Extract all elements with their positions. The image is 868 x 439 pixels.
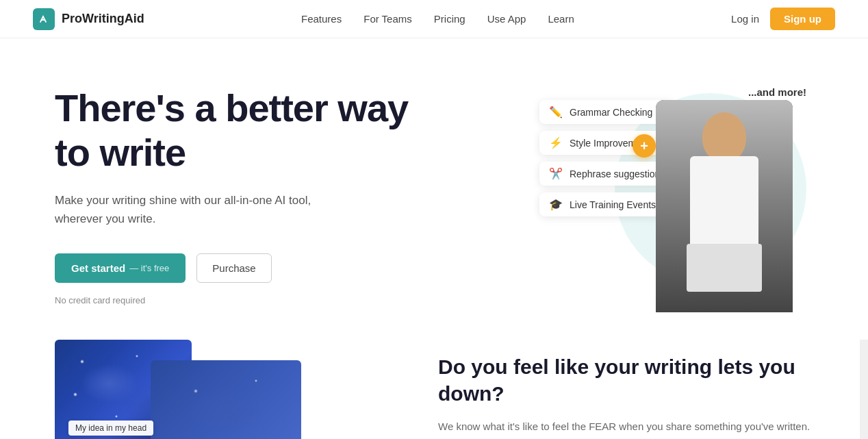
signup-button[interactable]: Sign up xyxy=(770,8,835,30)
nav-use-app[interactable]: Use App xyxy=(487,13,526,25)
section2-title: Do you feel like your writing lets you d… xyxy=(438,353,813,407)
person-inner xyxy=(656,100,793,312)
hero-title: There's a better way to write xyxy=(55,86,411,175)
feature-card-training: 🎓 Live Training Events xyxy=(539,192,674,216)
overlay-image xyxy=(151,360,301,439)
grammar-icon: ✏️ xyxy=(549,105,563,118)
hero-note: No credit card required xyxy=(55,295,411,305)
brand-logo-icon xyxy=(33,8,55,30)
feature-card-training-label: Live Training Events xyxy=(570,199,656,210)
person-head xyxy=(702,112,746,162)
add-badge: + xyxy=(633,134,656,158)
nav-for-teams[interactable]: For Teams xyxy=(363,13,412,25)
feature-card-grammar: ✏️ Grammar Checking xyxy=(539,100,674,124)
nav-features[interactable]: Features xyxy=(301,13,342,25)
purchase-button[interactable]: Purchase xyxy=(196,253,271,283)
get-started-label: Get started xyxy=(71,262,125,274)
hero-illustration: ✏️ Grammar Checking ⚡ Style Improvements… xyxy=(539,79,813,312)
style-icon: ⚡ xyxy=(549,136,563,149)
login-link[interactable]: Log in xyxy=(731,13,759,25)
my-idea-badge: My idea in my head xyxy=(68,421,153,436)
hero-content: There's a better way to write Make your … xyxy=(55,86,411,305)
section2-content: Do you feel like your writing lets you d… xyxy=(438,340,813,439)
free-label: — it's free xyxy=(129,263,169,273)
navbar: ProWritingAid Features For Teams Pricing… xyxy=(0,0,868,38)
rephrase-icon: ✂️ xyxy=(549,167,563,180)
brand-logo-link[interactable]: ProWritingAid xyxy=(33,8,144,30)
person-laptop xyxy=(687,244,762,292)
training-icon: 🎓 xyxy=(549,198,563,211)
brand-name: ProWritingAid xyxy=(62,12,144,26)
hero-section: There's a better way to write Make your … xyxy=(0,38,868,340)
feature-card-rephrase: ✂️ Rephrase suggestions xyxy=(539,162,674,186)
and-more-label: ...and more! xyxy=(748,86,806,98)
hero-person-illustration xyxy=(656,100,793,312)
feature-cards: ✏️ Grammar Checking ⚡ Style Improvements… xyxy=(539,100,674,216)
nav-links: Features For Teams Pricing Use App Learn xyxy=(301,13,574,25)
section2-text: We know what it's like to feel the FEAR … xyxy=(438,418,813,439)
feature-card-rephrase-label: Rephrase suggestions xyxy=(570,168,665,179)
hero-subtitle: Make your writing shine with our all-in-… xyxy=(55,191,342,228)
hero-buttons: Get started — it's free Purchase xyxy=(55,253,411,283)
navbar-actions: Log in Sign up xyxy=(731,8,835,30)
section2: My idea in my head Do you feel like your… xyxy=(0,340,868,439)
nav-pricing[interactable]: Pricing xyxy=(434,13,465,25)
get-started-button[interactable]: Get started — it's free xyxy=(55,253,186,283)
nav-learn[interactable]: Learn xyxy=(548,13,574,25)
person-body xyxy=(690,156,758,252)
feature-card-grammar-label: Grammar Checking xyxy=(570,107,652,118)
section2-images: My idea in my head xyxy=(55,340,397,439)
